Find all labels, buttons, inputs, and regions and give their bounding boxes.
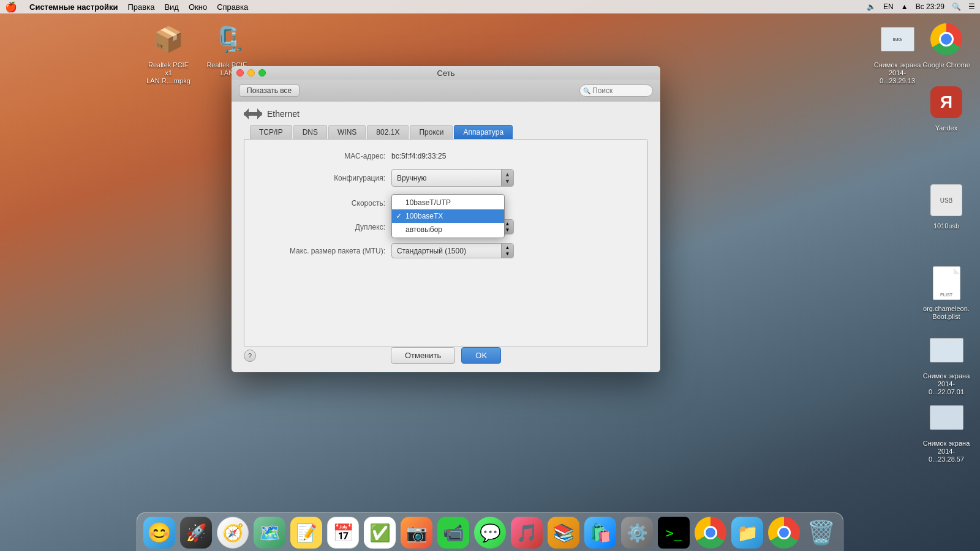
speed-option-100baset[interactable]: ✓ 100baseTX — [392, 209, 504, 223]
mac-label: МАС-адрес: — [263, 152, 385, 160]
ethernet-nav-icon — [244, 108, 262, 120]
desktop: 🍎 Системные настройки Правка Вид Окно Сп… — [0, 0, 980, 551]
menu-help[interactable]: Справка — [212, 0, 253, 13]
config-select[interactable]: Вручную ▲ ▼ — [391, 169, 514, 187]
search-input[interactable] — [579, 84, 653, 97]
dock-terminal[interactable]: >_ — [657, 515, 691, 550]
desktop-icon-screenshot2[interactable]: Снимок экрана2014-0...22.07.01 — [922, 331, 971, 397]
desktop-icon-chrome[interactable]: Google Chrome — [922, 20, 971, 69]
cancel-button[interactable]: Отменить — [391, 347, 455, 364]
window-titlebar: Сеть — [232, 66, 660, 80]
mtu-value: Стандартный (1500) — [392, 245, 501, 257]
dock-photos[interactable]: 📷 — [399, 515, 434, 550]
dock-chrome2[interactable] — [767, 515, 801, 550]
ethernet-title: Ethernet — [267, 109, 300, 119]
tabs-bar: TCP/IP DNS WINS 802.1X Прокси Аппаратура — [244, 125, 648, 139]
menu-edit[interactable]: Правка — [123, 0, 160, 13]
chrome-icon — [927, 20, 966, 59]
dock-finder2[interactable]: 📁 — [730, 515, 764, 550]
dock-ibooks[interactable]: 📚 — [546, 515, 581, 550]
notification-icon[interactable]: ☰ — [968, 2, 975, 11]
speed-dropdown-menu: 10baseT/UTP ✓ 100baseTX автовыбор — [391, 194, 505, 238]
language-indicator[interactable]: EN — [883, 2, 894, 11]
mtu-row: Макс. размер пакета (MTU): Стандартный (… — [263, 243, 629, 258]
tab-hardware[interactable]: Аппаратура — [454, 125, 513, 139]
desktop-icon-plist[interactable]: PLIST org.chameleon.Boot.plist — [922, 263, 971, 321]
menu-sysprefs[interactable]: Системные настройки — [24, 0, 123, 13]
ok-button[interactable]: OK — [461, 347, 501, 364]
dock-maps[interactable]: 🗺️ — [252, 515, 287, 550]
dock-facetime[interactable]: 📹 — [436, 515, 470, 550]
desktop-icon-1010usb[interactable]: USB 1010usb — [922, 181, 971, 230]
desktop-icon-screenshot3[interactable]: Снимок экрана2014-0...23.28.57 — [922, 398, 971, 464]
dock-chrome[interactable] — [693, 515, 728, 550]
check-icon: ✓ — [396, 212, 402, 220]
menu-window[interactable]: Окно — [184, 0, 212, 13]
mtu-dropdown-btn[interactable]: ▲ ▼ — [501, 244, 513, 258]
plist-icon: PLIST — [927, 263, 966, 302]
volume-icon[interactable]: 🔈 — [867, 2, 876, 11]
realtek1-icon: 📦 — [149, 20, 188, 59]
dock-notes[interactable]: 📝 — [289, 515, 323, 550]
screenshot1-label: Снимок экрана2014-0...23.29.13 — [873, 61, 922, 86]
dock-safari[interactable]: 🧭 — [216, 515, 250, 550]
window-title: Сеть — [437, 69, 455, 78]
search-icon: 🔍 — [583, 88, 590, 94]
help-button[interactable]: ? — [244, 350, 256, 362]
mtu-label: Макс. размер пакета (MTU): — [263, 247, 385, 255]
ethernet-header: Ethernet — [244, 108, 648, 120]
desktop-icon-screenshot1[interactable]: IMG Снимок экрана2014-0...23.29.13 — [873, 20, 922, 86]
desktop-icon-yandex[interactable]: Я Yandex — [922, 83, 971, 132]
tab-dns[interactable]: DNS — [293, 125, 327, 139]
mtu-select[interactable]: Стандартный (1500) ▲ ▼ — [391, 243, 514, 258]
tab-hardware-content: МАС-адрес: bc:5f:f4:d9:33:25 Конфигураци… — [244, 139, 648, 347]
window-footer: ? Отменить OK — [232, 339, 660, 372]
dock-appstore[interactable]: 🛍️ — [583, 515, 617, 550]
tab-proxy[interactable]: Прокси — [410, 125, 453, 139]
screenshot3-icon — [927, 398, 966, 437]
config-value: Вручную — [392, 172, 501, 184]
screenshot2-icon — [927, 331, 966, 370]
dock: 😊 🚀 🧭 🗺️ 📝 📅 ✅ 📷 � — [137, 512, 843, 551]
desktop-icon-realtek1[interactable]: 📦 Realtek PCIE x1LAN R....mpkg — [144, 20, 193, 86]
spotlight-icon[interactable]: 🔍 — [952, 2, 961, 11]
mac-address-row: МАС-адрес: bc:5f:f4:d9:33:25 — [263, 152, 629, 160]
dock-calendar[interactable]: 📅 — [326, 515, 360, 550]
screenshot3-label: Снимок экрана2014-0...23.28.57 — [922, 440, 971, 464]
config-dropdown-arrow[interactable]: ▲ ▼ — [501, 170, 513, 186]
network-content: Ethernet TCP/IP DNS WINS 802.1X Прокси А… — [232, 102, 660, 353]
mac-value: bc:5f:f4:d9:33:25 — [391, 152, 446, 160]
airport-icon: ▲ — [901, 2, 908, 11]
sysprefs-window: Сеть Показать все 🔍 Et — [232, 66, 660, 372]
tab-8021x[interactable]: 802.1X — [367, 125, 409, 139]
yandex-label: Yandex — [935, 124, 958, 132]
speed-option-auto[interactable]: автовыбор — [392, 223, 504, 236]
config-row: Конфигурация: Вручную ▲ ▼ — [263, 169, 629, 187]
show-all-button[interactable]: Показать все — [239, 84, 300, 97]
minimize-button[interactable] — [247, 69, 255, 77]
menubar: 🍎 Системные настройки Правка Вид Окно Сп… — [0, 0, 980, 13]
close-button[interactable] — [236, 69, 244, 77]
plist-label: org.chameleon.Boot.plist — [923, 305, 970, 321]
traffic-lights — [236, 69, 266, 77]
speed-row: Скорость: полудуплекс ▲ ▼ 10baseT/UTP — [263, 195, 629, 211]
apple-menu[interactable]: 🍎 — [5, 1, 17, 13]
dock-sysprefs[interactable]: ⚙️ — [620, 515, 654, 550]
screenshot1-icon: IMG — [878, 20, 917, 59]
dock-messages[interactable]: 💬 — [473, 515, 507, 550]
dock-trash[interactable]: 🗑️ — [804, 515, 838, 550]
tab-wins[interactable]: WINS — [328, 125, 366, 139]
dock-launchpad[interactable]: 🚀 — [179, 515, 213, 550]
speed-label: Скорость: — [263, 199, 385, 208]
tab-tcpip[interactable]: TCP/IP — [250, 125, 292, 139]
maximize-button[interactable] — [258, 69, 266, 77]
dock-finder[interactable]: 😊 — [142, 515, 176, 550]
dock-reminders[interactable]: ✅ — [363, 515, 397, 550]
svg-marker-2 — [257, 108, 262, 119]
speed-option-10baset[interactable]: 10baseT/UTP — [392, 196, 504, 209]
menu-view[interactable]: Вид — [159, 0, 184, 13]
search-wrap: 🔍 — [579, 84, 653, 97]
screenshot2-label: Снимок экрана2014-0...22.07.01 — [922, 372, 971, 397]
dock-itunes[interactable]: 🎵 — [510, 515, 544, 550]
realtek1-label: Realtek PCIE x1LAN R....mpkg — [144, 61, 193, 86]
